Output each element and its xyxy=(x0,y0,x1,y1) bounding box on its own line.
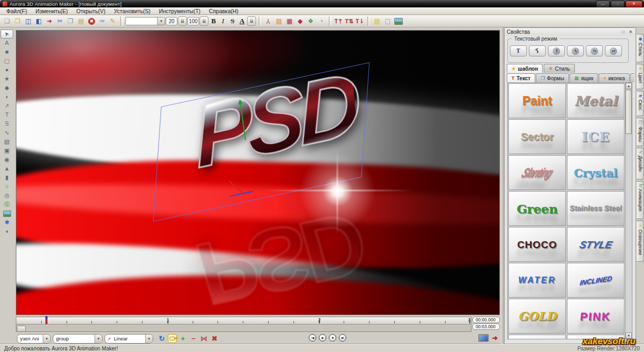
close-button[interactable]: ✕ xyxy=(626,1,642,7)
open-icon[interactable]: ❒ xyxy=(13,16,23,26)
dropdown-arrow-icon[interactable]: ▼ xyxy=(43,335,50,343)
more-text-options-icon[interactable]: ⇊ xyxy=(247,16,256,26)
select-tool[interactable]: ➤ xyxy=(1,30,13,39)
tab-text[interactable]: TТекст xyxy=(507,73,535,82)
edit-pencil-icon[interactable]: ✎ xyxy=(108,16,118,26)
3d-axis-icon[interactable]: Y xyxy=(263,16,273,26)
boxes-stack-icon[interactable]: ▦ xyxy=(285,16,295,26)
red-cube-icon[interactable]: ◆ xyxy=(295,16,305,26)
save-as-icon[interactable]: ◧ xyxy=(34,16,44,26)
close-panel-icon[interactable]: ✕ xyxy=(628,29,633,35)
text-tool[interactable]: A xyxy=(1,39,13,47)
background-image-icon[interactable] xyxy=(393,16,403,26)
panel-splitter[interactable] xyxy=(500,27,504,344)
note-icon[interactable]: ▤ xyxy=(372,16,382,26)
image-tool[interactable] xyxy=(1,209,13,218)
rounded-rect-tool[interactable]: ▢ xyxy=(1,56,13,65)
ellipse-tool[interactable]: ● xyxy=(1,65,13,74)
tab-box[interactable]: ▦ящик xyxy=(570,73,598,82)
export-icon[interactable]: ➜ xyxy=(44,16,54,26)
remove-keyframe-button[interactable]: − xyxy=(189,334,198,343)
shield-tool[interactable]: ◗ xyxy=(1,92,13,101)
minimize-button[interactable]: — xyxy=(596,1,610,7)
star-tool[interactable]: ★ xyxy=(1,74,13,83)
timeline-playhead[interactable] xyxy=(45,316,48,324)
tab-extra[interactable]: ▦Фо xyxy=(630,73,634,82)
paste-icon[interactable]: ▤ xyxy=(76,16,86,26)
text-mode-5-button[interactable]: T xyxy=(586,45,603,56)
text-orient-both-icon[interactable]: T⇅ xyxy=(344,16,354,26)
svg-node-tool[interactable]: Ⓢ xyxy=(1,200,13,209)
underline-button[interactable]: A xyxy=(238,16,247,26)
export-arrow-icon[interactable]: ➜ xyxy=(492,334,498,342)
template-style3d[interactable]: STYLE xyxy=(567,227,624,262)
template-gold[interactable]: GOLD xyxy=(508,299,566,334)
rect-tool[interactable]: ■ xyxy=(1,47,13,56)
text-mode-4-button[interactable]: T xyxy=(567,45,584,56)
text-orient-up-icon[interactable]: T⇡ xyxy=(334,16,344,26)
tab-icons[interactable]: ●иконка xyxy=(599,73,630,82)
cut-icon[interactable]: ✂ xyxy=(55,16,65,26)
dropdown-arrow-icon[interactable]: ▼ xyxy=(145,335,153,343)
add-keyframe-button[interactable]: + xyxy=(178,334,187,343)
template-steel[interactable]: Stainless Steel xyxy=(567,191,624,226)
viewport-3d[interactable]: PSD PSD xyxy=(16,30,500,315)
side-tab-color[interactable]: ✶Цвет xyxy=(637,64,644,89)
delete-icon[interactable]: ✖ xyxy=(87,16,97,26)
scrollbar-thumb[interactable] xyxy=(626,90,632,134)
side-tab-lighting[interactable]: ☀Освещение xyxy=(637,221,644,262)
symbol-tool[interactable]: S xyxy=(1,119,13,128)
tab-style[interactable]: ❖Стиль xyxy=(544,64,575,73)
group-select[interactable]: group ▼ xyxy=(53,334,102,344)
timeline-ruler[interactable]: 123 xyxy=(16,317,471,325)
menu-item-setup[interactable]: Установить(S) xyxy=(110,8,155,14)
template-inclined[interactable]: INCLINED xyxy=(567,263,624,298)
copy-icon[interactable]: ❐ xyxy=(65,16,75,26)
gear-node-tool[interactable]: ✱ xyxy=(1,218,13,227)
menu-item-view[interactable]: Открыть(V) xyxy=(72,8,110,14)
cylinder-tool[interactable]: ▮ xyxy=(1,173,13,182)
menu-item-edit[interactable]: Изменить(E) xyxy=(31,8,72,14)
template-partial[interactable] xyxy=(508,335,566,339)
render-preview-icon[interactable] xyxy=(478,334,489,342)
link-keyframe-button[interactable]: ⋈ xyxy=(200,334,209,343)
menu-item-file[interactable]: Файл(F) xyxy=(2,8,31,14)
italic-button[interactable]: I xyxy=(219,16,228,26)
timeline-scroll-thumb[interactable] xyxy=(17,326,26,332)
template-slanting[interactable]: Slanting xyxy=(508,155,566,190)
delete-animation-button[interactable]: ✖ xyxy=(210,334,219,343)
skip-to-end-button[interactable]: ▶I xyxy=(339,334,346,341)
node-select[interactable]: узел Ani ▼ xyxy=(17,334,51,344)
menu-item-tools[interactable]: Инструменты(T) xyxy=(155,8,205,14)
current-time-field[interactable]: 00:00.000 xyxy=(472,317,500,323)
rounded-cube-tool[interactable]: ▣ xyxy=(1,146,13,155)
side-tab-animation[interactable]: ↻Анимация xyxy=(637,181,644,219)
template-crystal[interactable]: Crystal xyxy=(567,155,624,190)
save-icon[interactable]: ◫ xyxy=(23,16,33,26)
menu-item-help[interactable]: Справка(H) xyxy=(205,8,243,14)
scroll-up-icon[interactable]: ▲ xyxy=(626,83,632,89)
font-family-select[interactable]: ▼ xyxy=(125,17,165,25)
font-size-value[interactable]: 20 xyxy=(166,17,177,25)
strikethrough-button[interactable]: S xyxy=(228,16,237,26)
knot-tool[interactable]: ◎ xyxy=(1,191,13,200)
text-mode-6-button[interactable]: T xyxy=(605,45,622,56)
gift-box-icon[interactable]: ▧ xyxy=(274,16,284,26)
maximize-button[interactable]: ▫ xyxy=(611,1,624,7)
polygon-tool[interactable]: ◆ xyxy=(1,83,13,92)
torus-tool[interactable]: ○ xyxy=(1,182,13,191)
scale-spin-icon[interactable]: ⇊ xyxy=(200,16,209,26)
skip-to-start-button[interactable]: I◀ xyxy=(309,334,316,341)
textbox-tool[interactable]: T xyxy=(1,110,13,119)
text-mode-2-button[interactable]: T xyxy=(529,45,546,56)
text-mode-1-button[interactable]: T xyxy=(510,45,527,56)
tab-template[interactable]: ★шаблон xyxy=(507,64,543,73)
refresh-button[interactable]: ↻ xyxy=(157,334,166,343)
dropdown-arrow-icon[interactable]: ▼ xyxy=(94,335,102,343)
key-button[interactable] xyxy=(168,334,177,343)
freeline-tool[interactable]: ∿ xyxy=(1,128,13,137)
template-choco[interactable]: CHOCO xyxy=(508,227,566,262)
container-box-icon[interactable]: ▢ xyxy=(383,16,393,26)
template-ice[interactable]: ICE xyxy=(567,119,624,154)
template-pink[interactable]: PINK xyxy=(567,299,624,334)
